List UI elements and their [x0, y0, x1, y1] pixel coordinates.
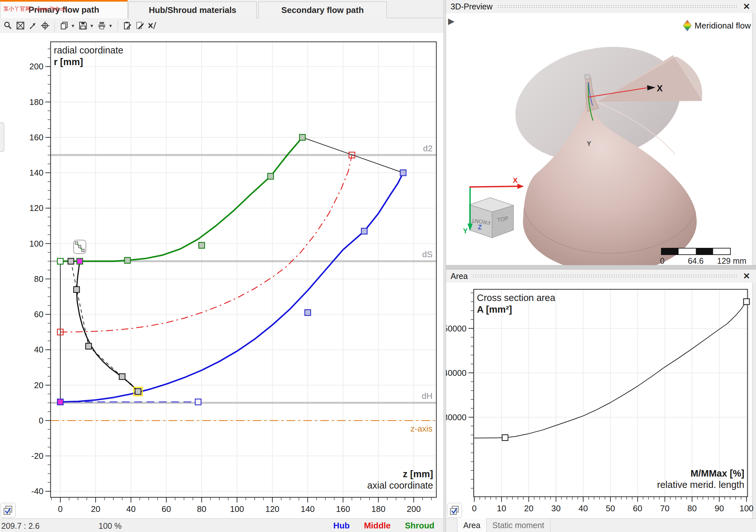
tab-label: Static moment: [493, 521, 544, 530]
ref-label-z-axis: z-axis: [410, 424, 432, 434]
control-point-marker[interactable]: [57, 258, 63, 264]
tab-area[interactable]: Area: [457, 519, 487, 532]
diagram-tabbar: Area Static moment: [446, 519, 756, 532]
apply-check-button[interactable]: [1, 503, 15, 518]
control-point-marker[interactable]: [199, 242, 204, 248]
x-tick-label: 180: [371, 504, 386, 514]
chart-title-line: r [mm]: [54, 57, 83, 67]
apply-check-button[interactable]: [447, 503, 462, 518]
y-tick-label: 40: [34, 345, 43, 354]
x-tick-label: 50: [606, 503, 615, 513]
control-point-marker[interactable]: [124, 258, 130, 264]
pen-cursor-icon: [73, 240, 86, 254]
left-statusbar: 209.7 : 2.6 100 % HubMiddleShroud: [0, 519, 444, 532]
x-tick-label: 200: [407, 504, 421, 514]
x-tick-label: 100: [230, 504, 244, 514]
control-point-marker[interactable]: [77, 258, 83, 264]
x-tick-label: 140: [301, 504, 314, 514]
control-point-marker[interactable]: [195, 399, 201, 405]
control-point-marker[interactable]: [119, 373, 125, 379]
x-axis-title-line: relative merid. length: [657, 479, 744, 490]
y-tick-label: 20: [34, 380, 43, 390]
meridional-contour-chart[interactable]: d2dSdHz-axis020406080100120140160180200-…: [0, 0, 444, 532]
control-point-marker[interactable]: [57, 399, 63, 405]
y-tick-label: 80: [34, 274, 43, 284]
control-point-marker[interactable]: [86, 343, 92, 349]
x-tick-label: 80: [197, 504, 206, 514]
chart-title-line: A [mm²]: [477, 304, 512, 315]
x-tick-label: 100: [740, 503, 753, 513]
x-axis-title-line: z [mm]: [403, 469, 433, 479]
y-tick-label: 120: [30, 203, 43, 213]
x-tick-label: 30: [552, 503, 561, 513]
control-point-marker[interactable]: [502, 435, 508, 441]
legend-middle: Middle: [364, 521, 391, 531]
app-window: Primary flow path Hub/Shroud materials S…: [0, 0, 756, 532]
x-tick-label: 70: [660, 503, 669, 513]
area-plot: 0102030405060708090100300004000050000Cro…: [446, 289, 753, 513]
curve-legend: HubMiddleShroud: [333, 521, 434, 531]
x-axis-title-line: M/MMax [%]: [690, 468, 744, 479]
x-tick-label: 0: [472, 503, 476, 513]
ref-label-dH: dH: [422, 391, 432, 401]
x-tick-label: 90: [715, 503, 724, 513]
x-tick-label: 20: [524, 503, 534, 513]
x-tick-label: 40: [578, 503, 588, 513]
control-point-marker[interactable]: [68, 258, 74, 264]
y-tick-label: 50000: [446, 324, 467, 333]
y-tick-label: 30000: [446, 413, 467, 422]
pages-checkmark-icon: [3, 505, 14, 516]
tab-static-moment[interactable]: Static moment: [487, 519, 551, 532]
x-tick-label: 20: [91, 504, 100, 514]
vertical-splitter[interactable]: [444, 0, 446, 532]
control-point-marker[interactable]: [305, 310, 310, 316]
y-tick-label: 100: [30, 239, 43, 248]
meridional-plot: d2dSdHz-axis020406080100120140160180200-…: [30, 42, 436, 514]
collapsed-panel-handle[interactable]: [0, 122, 4, 152]
control-point-marker[interactable]: [268, 173, 274, 179]
x-axis-title-line: axial coordinate: [367, 480, 433, 491]
control-point-marker[interactable]: [400, 170, 406, 176]
y-tick-label: 160: [30, 133, 43, 142]
control-point-marker[interactable]: [135, 389, 141, 394]
x-tick-label: 40: [126, 504, 136, 514]
control-point-marker[interactable]: [73, 287, 79, 292]
y-tick-label: 140: [30, 168, 43, 178]
chart-title-line: Cross section area: [477, 292, 556, 303]
cross-section-area-chart[interactable]: 0102030405060708090100300004000050000Cro…: [446, 0, 756, 532]
chart-title-line: radial coordinate: [54, 45, 123, 55]
x-tick-label: 10: [497, 503, 506, 513]
ref-label-dS: dS: [422, 249, 432, 259]
x-tick-label: 80: [687, 503, 697, 513]
y-tick-label: 0: [39, 416, 43, 425]
y-tick-label: 180: [30, 97, 43, 107]
x-tick-label: 160: [336, 504, 350, 514]
cursor-coordinates: 209.7 : 2.6: [1, 521, 40, 531]
y-tick-label: 60: [34, 309, 43, 319]
legend-hub: Hub: [333, 521, 350, 531]
y-tick-label: 40000: [446, 368, 467, 378]
y-tick-label: -20: [31, 451, 43, 461]
zoom-level: 100 %: [98, 521, 122, 531]
control-point-marker[interactable]: [300, 135, 305, 140]
ref-label-d2: d2: [423, 143, 432, 153]
legend-shroud: Shroud: [405, 521, 434, 531]
tab-label: Area: [463, 521, 480, 530]
control-point-marker[interactable]: [744, 299, 749, 305]
y-tick-label: -40: [31, 486, 43, 496]
x-tick-label: 0: [58, 504, 63, 514]
y-tick-label: 200: [30, 62, 43, 71]
x-tick-label: 120: [265, 504, 279, 514]
x-tick-label: 60: [162, 504, 171, 514]
control-point-marker[interactable]: [362, 228, 367, 234]
x-tick-label: 60: [633, 503, 642, 513]
watermark-text: 泵小丫官网：www.7b3.cn: [3, 5, 66, 13]
pages-checkmark-icon: [449, 505, 460, 516]
